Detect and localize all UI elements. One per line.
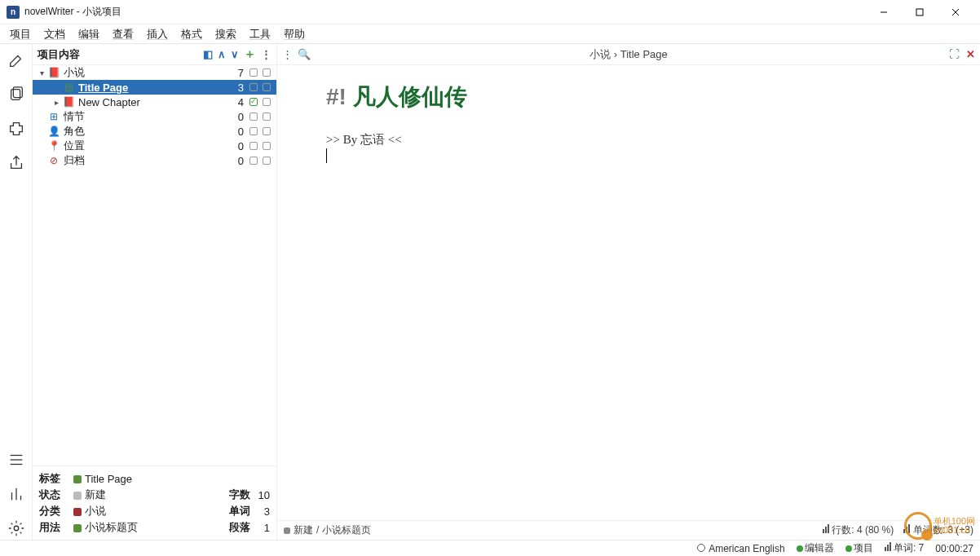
edit-icon[interactable] (5, 49, 28, 72)
menu-format[interactable]: 格式 (176, 25, 207, 43)
info-tag-v: Title Page (85, 473, 132, 485)
twisty-icon[interactable]: ▸ (51, 98, 62, 107)
window-title: novelWriter - 小说项目 (24, 5, 121, 19)
led-icon (797, 545, 803, 552)
status-box-icon (247, 96, 260, 108)
footer-path: / 小说标题页 (316, 523, 371, 537)
close-doc-icon[interactable]: ✕ (966, 48, 975, 60)
info-word-k: 单词 (216, 504, 250, 518)
mic-icon (697, 544, 705, 552)
line-info: 行数: 4 (80 %) (832, 524, 894, 536)
tree-row[interactable]: 📍位置0 (33, 139, 276, 153)
book-icon: 📕 (47, 66, 60, 79)
status-box-icon (260, 155, 273, 167)
editor-body[interactable]: #! 凡人修仙传 >> By 忘语 << (277, 65, 980, 520)
info-para-v: 1 (250, 522, 270, 534)
status-editor: 编辑器 (805, 542, 834, 554)
status-box-icon (247, 111, 260, 123)
footer-status: 新建 (294, 523, 313, 537)
status-box-icon (260, 82, 273, 94)
text-cursor (326, 148, 327, 163)
info-word-v: 3 (250, 505, 270, 518)
status-box-icon (247, 67, 260, 79)
maximize-button[interactable] (902, 0, 938, 24)
project-info: 标签 Title Page 状态 新建 字数 10 分类 小说 单词 3 用法 … (33, 466, 276, 540)
svg-rect-1 (916, 9, 923, 15)
menu-tools[interactable]: 工具 (245, 25, 276, 43)
close-button[interactable] (938, 0, 973, 24)
status-box-icon (260, 96, 273, 108)
editor-header: ⋮ 🔍 小说 › Title Page ⛶ ✕ (277, 44, 980, 65)
title-bar: n novelWriter - 小说项目 (0, 0, 980, 24)
svg-rect-5 (13, 87, 22, 98)
breadcrumb-root: 小说 (589, 48, 611, 60)
tree-row[interactable]: ▸📕New Chapter4 (33, 95, 276, 109)
arc-icon: ⊘ (47, 154, 60, 167)
minimize-button[interactable] (866, 0, 902, 24)
menu-view[interactable]: 查看 (108, 25, 139, 43)
info-usage-v: 小说标题页 (85, 521, 138, 533)
info-tag-k: 标签 (39, 471, 73, 486)
page-icon: ▤ (62, 81, 75, 94)
share-icon[interactable] (5, 152, 28, 174)
menu-project[interactable]: 项目 (5, 25, 36, 43)
info-status-k: 状态 (39, 488, 73, 502)
stats-icon[interactable] (5, 483, 28, 505)
tree-row-label: 归档 (64, 153, 229, 168)
status-box-icon (247, 126, 260, 138)
tree-row[interactable]: ⊞情节0 (33, 109, 276, 124)
tree-row-count: 4 (229, 96, 247, 108)
tree-row-label: Title Page (78, 82, 229, 94)
list-icon[interactable] (5, 448, 28, 471)
project-header: 项目内容 ◧ ∧ ∨ ＋ ⋮ (33, 44, 276, 65)
status-box-icon (260, 140, 273, 152)
info-wc-v: 10 (250, 489, 270, 501)
tree-row-label: 小说 (64, 65, 229, 80)
book-icon: 📕 (62, 95, 75, 108)
tree-row-label: 情节 (64, 109, 229, 124)
menu-help[interactable]: 帮助 (279, 25, 310, 43)
info-wc-k: 字数 (216, 488, 250, 502)
tree-row-count: 0 (229, 126, 247, 138)
tree-row[interactable]: ▤Title Page3 (33, 80, 276, 95)
menu-edit[interactable]: 编辑 (73, 25, 104, 43)
status-box-icon (260, 67, 273, 79)
move-down-icon[interactable]: ∨ (231, 48, 239, 60)
settings-icon[interactable] (5, 517, 28, 540)
menu-document[interactable]: 文档 (39, 25, 70, 43)
drag-handle-icon[interactable]: ⋮ (282, 48, 293, 60)
menu-insert[interactable]: 插入 (142, 25, 173, 43)
status-box-icon (260, 126, 273, 138)
status-box-icon (247, 82, 260, 94)
status-lang: American English (709, 543, 784, 554)
copy-icon[interactable] (5, 83, 28, 106)
side-rail (0, 44, 33, 540)
bookmark-icon[interactable]: ◧ (203, 48, 213, 60)
tree-row[interactable]: 👤角色0 (33, 124, 276, 139)
tree-row[interactable]: ⊘归档0 (33, 153, 276, 168)
add-item-icon[interactable]: ＋ (244, 46, 256, 62)
search-icon[interactable]: 🔍 (298, 48, 311, 60)
breadcrumb-leaf: Title Page (620, 48, 668, 60)
info-status-v: 新建 (85, 488, 106, 501)
status-box-icon (247, 140, 260, 152)
expand-icon[interactable]: ⛶ (949, 48, 960, 60)
status-box-icon (260, 111, 273, 123)
more-icon[interactable]: ⋮ (261, 48, 271, 60)
loc-icon: 📍 (47, 139, 60, 152)
tree-row-count: 0 (229, 111, 247, 123)
status-project: 项目 (854, 542, 873, 554)
svg-point-12 (14, 526, 19, 531)
svg-rect-4 (11, 90, 20, 100)
bars-icon (823, 524, 829, 533)
menu-search[interactable]: 搜索 (210, 25, 241, 43)
info-usage-k: 用法 (39, 520, 73, 535)
tree-row[interactable]: ▾📕小说7 (33, 65, 276, 80)
char-icon: 👤 (47, 125, 60, 138)
project-tree[interactable]: ▾📕小说7▤Title Page3▸📕New Chapter4⊞情节0👤角色0📍… (33, 65, 276, 466)
twisty-icon[interactable]: ▾ (36, 68, 47, 77)
project-panel: 项目内容 ◧ ∧ ∨ ＋ ⋮ ▾📕小说7▤Title Page3▸📕New Ch… (33, 44, 277, 540)
puzzle-icon[interactable] (5, 117, 28, 140)
move-up-icon[interactable]: ∧ (218, 48, 226, 60)
bars-icon (903, 524, 910, 533)
